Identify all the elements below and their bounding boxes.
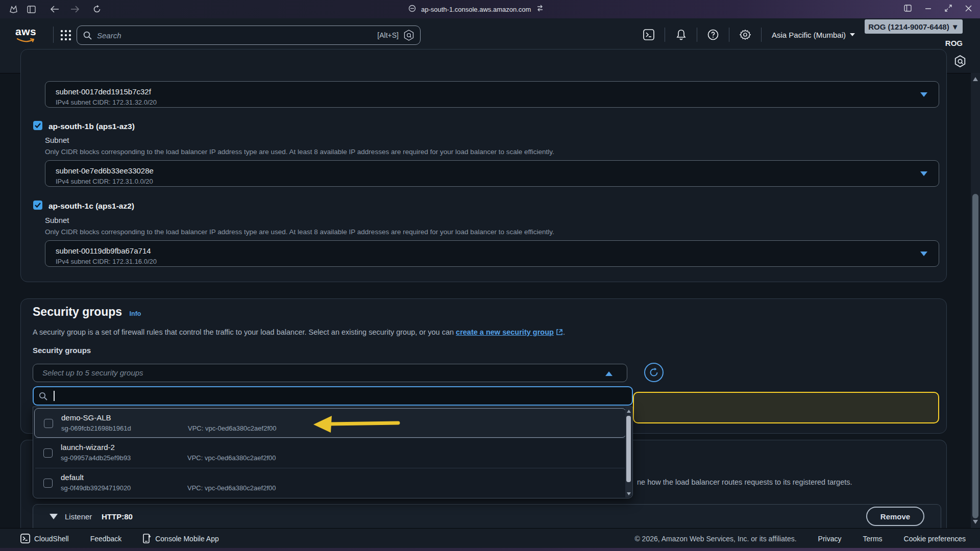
chevron-down-icon (920, 92, 927, 97)
search-icon (39, 392, 47, 400)
forward-icon[interactable] (70, 6, 80, 13)
subnet-select-az3[interactable]: subnet-00119db9fba67a714 IPv4 subnet CID… (45, 240, 939, 267)
cloudshell-icon[interactable] (633, 29, 665, 40)
option-checkbox[interactable] (44, 419, 53, 428)
description-text: A security group is a set of firewall ru… (33, 328, 456, 336)
subnet-cidr: IPv4 subnet CIDR: 172.31.32.0/20 (56, 98, 157, 106)
permissions-icon[interactable] (536, 5, 544, 14)
apps-grid-icon[interactable] (60, 30, 71, 41)
scrollbar-thumb[interactable] (626, 416, 631, 482)
terms-label: Terms (863, 535, 882, 543)
sg-id: sg-0f49db39294719020 (61, 484, 131, 492)
select-placeholder: Select up to 5 security groups (42, 368, 143, 377)
subnet-field-description: Only CIDR blocks corresponding to the lo… (45, 228, 554, 236)
search-icon (83, 31, 92, 40)
listeners-description-fragment: ne how the load balancer routes requests… (637, 478, 852, 486)
collapse-triangle-icon[interactable] (50, 514, 58, 519)
settings-gear-icon[interactable] (729, 29, 761, 40)
footer-feedback[interactable]: Feedback (90, 535, 121, 543)
annotation-arrow (312, 414, 402, 435)
scroll-up-icon[interactable] (973, 77, 978, 81)
security-groups-filter-input[interactable] (33, 386, 633, 406)
subnet-cidr: IPv4 subnet CIDR: 172.31.16.0/20 (56, 258, 157, 265)
subnet-select-az2[interactable]: subnet-0e7ed6b33ee33028e IPv4 subnet CID… (45, 160, 939, 187)
az-checkbox-ap-south-1c[interactable] (33, 201, 42, 210)
annotation-highlight-box (633, 392, 939, 423)
option-checkbox[interactable] (43, 448, 53, 458)
subnet-cidr: IPv4 subnet CIDR: 172.31.0.0/20 (56, 178, 153, 185)
minimize-icon[interactable] (925, 5, 932, 14)
amazon-q-panel-icon[interactable] (954, 55, 966, 69)
scrollbar-thumb[interactable] (972, 194, 978, 518)
aws-smile-icon (17, 38, 35, 44)
create-security-group-link[interactable]: create a new security group (456, 328, 554, 336)
info-link[interactable]: Info (130, 310, 141, 317)
remove-listener-button[interactable]: Remove (866, 507, 924, 526)
footer-cookie-preferences[interactable]: Cookie preferences (904, 535, 966, 543)
footer-mobile-app[interactable]: Console Mobile App (143, 534, 219, 543)
footer-privacy[interactable]: Privacy (818, 535, 842, 543)
window-controls (904, 0, 980, 18)
listener-label: Listener (65, 512, 92, 521)
sidebar-toggle-icon[interactable] (27, 6, 36, 13)
refresh-icon (649, 367, 659, 378)
account-menu[interactable]: ROG (929, 39, 963, 47)
help-icon[interactable] (697, 29, 729, 40)
header-utility-icons: Asia Pacific (Mumbai) (633, 18, 865, 51)
sg-id: sg-069fcb21698b1961d (61, 424, 131, 432)
scroll-down-icon[interactable] (973, 520, 978, 524)
back-icon[interactable] (50, 6, 59, 13)
scroll-down-icon[interactable] (627, 492, 631, 495)
az-checkbox-ap-south-1b[interactable] (33, 121, 42, 130)
chevron-up-icon (605, 371, 612, 376)
cloudshell-icon (20, 534, 30, 543)
reload-icon[interactable] (93, 5, 101, 13)
aws-console-window: ap-south-1.console.aws.amazon.com aws Se… (0, 0, 980, 551)
sg-vpc: VPC: vpc-0ed6a380c2aef2f00 (187, 454, 276, 462)
scroll-up-icon[interactable] (627, 410, 631, 413)
description-period: . (563, 328, 565, 336)
tracker-shield-icon[interactable] (408, 5, 416, 14)
page-scrollbar[interactable] (971, 73, 980, 528)
subnet-field-label: Subnet (45, 136, 69, 144)
close-icon[interactable] (965, 5, 972, 14)
notifications-bell-icon[interactable] (665, 29, 697, 40)
security-groups-select[interactable]: Select up to 5 security groups (33, 364, 627, 382)
chevron-down-icon (920, 252, 927, 256)
dropdown-scrollbar[interactable] (625, 408, 632, 497)
subnet-name: subnet-0e7ed6b33ee33028e (56, 166, 154, 175)
az-label: ap-south-1b (aps1-az3) (48, 122, 135, 131)
chevron-down-icon (850, 33, 855, 36)
sg-name: default (61, 473, 84, 482)
option-launch-wizard-2[interactable]: launch-wizard-2 sg-09957a4db25ef9b93 VPC… (34, 438, 626, 468)
aws-logo[interactable]: aws (15, 26, 36, 38)
sg-vpc: VPC: vpc-0ed6a380c2aef2f00 (188, 424, 276, 432)
subnet-select-az1[interactable]: subnet-0017ded1915b7c32f IPv4 subnet CID… (45, 81, 939, 108)
address-bar[interactable]: ap-south-1.console.aws.amazon.com (408, 0, 544, 18)
firefox-view-icon[interactable] (9, 5, 18, 14)
sg-id: sg-09957a4db25ef9b93 (61, 454, 131, 462)
footer-cloudshell[interactable]: CloudShell (20, 534, 69, 543)
restore-icon[interactable] (945, 5, 952, 14)
listener-protocol: HTTP:80 (102, 512, 133, 521)
refresh-button[interactable] (644, 363, 664, 382)
footer-terms[interactable]: Terms (863, 535, 882, 543)
divider (53, 27, 54, 43)
security-groups-heading: Security groups Info (33, 305, 141, 319)
console-footer: CloudShell Feedback Console Mobile App ©… (0, 528, 980, 548)
mobile-app-label: Console Mobile App (155, 535, 219, 543)
cloudshell-label: CloudShell (34, 535, 69, 543)
sg-name: demo-SG-ALB (61, 413, 111, 422)
tab-list-icon[interactable] (904, 5, 912, 14)
amazon-q-icon[interactable] (404, 30, 414, 41)
sg-name: launch-wizard-2 (61, 443, 115, 452)
search-shortcut: [Alt+S] (377, 31, 399, 39)
subnet-name: subnet-00119db9fba67a714 (56, 246, 151, 255)
sg-vpc: VPC: vpc-0ed6a380c2aef2f00 (187, 484, 276, 492)
section-title: Security groups (33, 305, 122, 318)
option-default[interactable]: default sg-0f49db39294719020 VPC: vpc-0e… (34, 468, 626, 498)
option-checkbox[interactable] (43, 479, 53, 488)
global-search[interactable]: Search [Alt+S] (77, 26, 421, 45)
region-selector[interactable]: Asia Pacific (Mumbai) (762, 31, 865, 39)
url-text[interactable]: ap-south-1.console.aws.amazon.com (421, 6, 531, 13)
